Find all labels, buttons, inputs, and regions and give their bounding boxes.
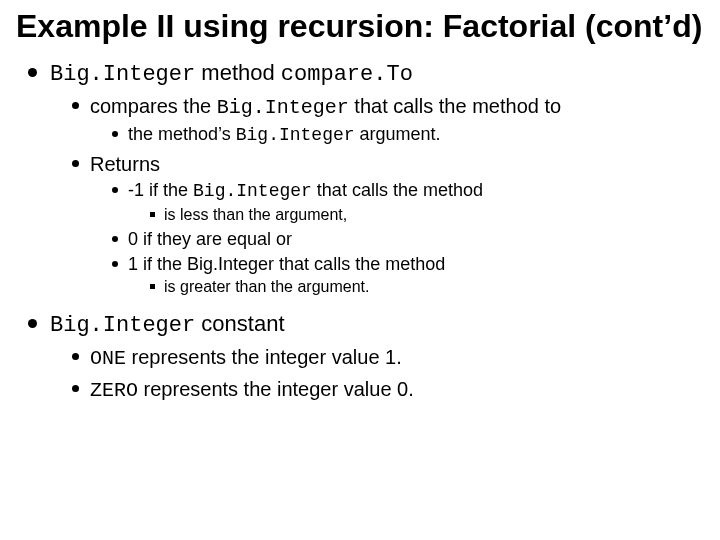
- sublist: -1 if the Big.Integer that calls the met…: [90, 179, 704, 298]
- code-one: ONE: [90, 347, 126, 370]
- sublist: compares the Big.Integer that calls the …: [50, 93, 704, 298]
- bullet-compares: compares the Big.Integer that calls the …: [72, 93, 704, 147]
- text: Returns: [90, 153, 160, 175]
- sublist: is less than the argument,: [128, 205, 704, 226]
- text: compares the: [90, 95, 217, 117]
- bullet-return-1: 1 if the Big.Integer that calls the meth…: [112, 253, 704, 298]
- bullet-greater-than: is greater than the argument.: [150, 277, 704, 298]
- code-compareto: compare.To: [281, 62, 413, 87]
- text: constant: [195, 311, 284, 336]
- bullet-compareto: Big.Integer method compare.To compares t…: [28, 59, 704, 298]
- code-biginteger: Big.Integer: [217, 96, 349, 119]
- bullet-one: ONE represents the integer value 1.: [72, 344, 704, 372]
- code-biginteger: Big.Integer: [193, 181, 312, 201]
- bullet-return-neg1: -1 if the Big.Integer that calls the met…: [112, 179, 704, 225]
- text: -1 if the: [128, 180, 193, 200]
- text: represents the integer value 1.: [126, 346, 402, 368]
- code-biginteger: Big.Integer: [50, 62, 195, 87]
- sublist: the method’s Big.Integer argument.: [90, 123, 704, 147]
- text: the method’s: [128, 124, 236, 144]
- bullet-constant: Big.Integer constant ONE represents the …: [28, 310, 704, 404]
- sublist: ONE represents the integer value 1. ZERO…: [50, 344, 704, 404]
- text: 1 if the Big.Integer that calls the meth…: [128, 254, 445, 274]
- code-biginteger: Big.Integer: [236, 125, 355, 145]
- bullet-returns: Returns -1 if the Big.Integer that calls…: [72, 151, 704, 298]
- slide: Example II using recursion: Factorial (c…: [0, 0, 720, 540]
- code-biginteger: Big.Integer: [50, 313, 195, 338]
- code-zero: ZERO: [90, 379, 138, 402]
- sublist: is greater than the argument.: [128, 277, 704, 298]
- text: argument.: [355, 124, 441, 144]
- text: that calls the method to: [349, 95, 561, 117]
- text: that calls the method: [312, 180, 483, 200]
- text: method: [195, 60, 281, 85]
- bullet-method-argument: the method’s Big.Integer argument.: [112, 123, 704, 147]
- bullet-list: Big.Integer method compare.To compares t…: [16, 59, 704, 404]
- text: represents the integer value 0.: [138, 378, 414, 400]
- slide-title: Example II using recursion: Factorial (c…: [16, 8, 704, 45]
- bullet-less-than: is less than the argument,: [150, 205, 704, 226]
- bullet-return-0: 0 if they are equal or: [112, 228, 704, 251]
- bullet-zero: ZERO represents the integer value 0.: [72, 376, 704, 404]
